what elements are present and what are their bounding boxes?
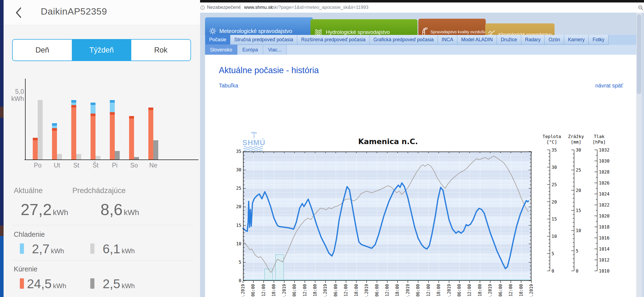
heating-current-value: 24,5kWh: [27, 276, 66, 291]
temp-axis-tick-label: 35: [229, 149, 241, 154]
period-tab-týždeň[interactable]: Týždeň: [72, 40, 131, 61]
period-tab-rok[interactable]: Rok: [131, 40, 190, 61]
browser-window: Nezabezpečené www.shmu.sk /sk/?page=1&id…: [200, 0, 644, 297]
svg-text:0: 0: [576, 268, 578, 274]
svg-text:1022: 1022: [599, 202, 610, 208]
sun-icon: [209, 27, 217, 35]
zoom-indicator-icon[interactable]: [638, 5, 643, 10]
sub-tab-6[interactable]: Model ALADIN: [457, 35, 497, 45]
energy-bar-segment: [91, 114, 95, 160]
x-axis-tick-label: 18:00: [313, 284, 318, 296]
sub-tab-8[interactable]: Radary: [521, 35, 545, 45]
app-title: DaikinAP52359: [41, 6, 107, 17]
energy-bar-segment: [52, 128, 57, 160]
svg-text:5: 5: [576, 248, 578, 254]
shmu-page: Meteorologické spravodajstvoHydrologické…: [200, 13, 644, 297]
period-tab-deň[interactable]: Deň: [13, 40, 72, 61]
scrollbar[interactable]: [636, 13, 642, 297]
address-bar[interactable]: Nezabezpečené www.shmu.sk /sk/?page=1&id…: [200, 2, 644, 13]
back-button[interactable]: [15, 7, 26, 19]
energy-bar-segment: [110, 112, 115, 160]
svg-text:1028: 1028: [599, 169, 610, 175]
energy-day-label: St: [67, 162, 86, 169]
sub-tab-5[interactable]: INCA: [438, 35, 457, 45]
sub-tab-bar: PočasieStručná predpoveď počasiaRozšíren…: [205, 35, 641, 45]
svg-text:10: 10: [576, 228, 581, 233]
sub-tab-9[interactable]: Ozón: [545, 35, 564, 45]
heating-previous-swatch: [90, 278, 94, 289]
sub-tab-4[interactable]: Grafická predpoveď počasia: [370, 35, 438, 45]
x-axis-tick-label: 11.09.2019: [323, 284, 328, 297]
x-axis-tick-label: 09.09.2019: [241, 284, 245, 297]
svg-text:35: 35: [552, 147, 557, 153]
energy-day-label: Pi: [105, 162, 124, 169]
temp-axis-tick-label: 30: [229, 167, 241, 172]
page-title: Aktuálne počasie - história: [219, 65, 319, 75]
x-axis-tick-label: 12:00: [343, 284, 348, 296]
svg-text:1032: 1032: [599, 147, 610, 153]
svg-text:15: 15: [552, 216, 557, 222]
temp-axis-tick-label: 20: [229, 204, 241, 209]
screen-edge-stripe: [0, 0, 4, 297]
app-header: DaikinAP52359: [4, 0, 200, 25]
svg-text:20: 20: [576, 188, 581, 193]
svg-text:30: 30: [576, 147, 581, 153]
sub-tab-1[interactable]: Počasie: [205, 35, 230, 45]
back-link[interactable]: návrat späť: [595, 82, 623, 89]
sub-tab-2[interactable]: Stručná predpoveď počasia: [230, 35, 297, 45]
waves-icon: [314, 29, 323, 36]
x-axis-tick-label: 14.09.2019: [447, 284, 452, 297]
heating-previous-value: 2,5kWh: [103, 276, 135, 291]
region-tab-1[interactable]: Slovensko: [205, 45, 238, 55]
energy-bar-segment: [52, 123, 57, 128]
svg-text:1016: 1016: [599, 235, 610, 241]
energy-day-label: Št: [86, 162, 105, 169]
previous-label: Predchádzajúce: [72, 186, 126, 195]
heating-label: Kúrenie: [14, 265, 37, 273]
svg-text:1030: 1030: [599, 158, 610, 164]
weather-station-icon: [249, 131, 260, 138]
heating-current-swatch: [20, 278, 24, 289]
x-axis-tick-label: 12:00: [426, 284, 431, 296]
temp-axis-tick-label: 15: [229, 223, 241, 228]
svg-text:5: 5: [552, 251, 554, 256]
x-axis-tick-label: 06:00: [251, 284, 256, 296]
sub-tab-3[interactable]: Rozšírená predpoveď počasia: [297, 35, 370, 45]
x-axis-tick-label: 12:00: [508, 284, 513, 296]
sub-tab-10[interactable]: Kamery: [564, 35, 589, 45]
svg-text:25: 25: [576, 167, 581, 173]
temp-axis-tick-label: 5: [229, 260, 241, 265]
svg-text:1014: 1014: [599, 246, 610, 252]
x-axis-tick-label: 06:00: [333, 284, 338, 296]
x-axis-tick-label: 18:00: [354, 284, 359, 296]
region-tab-3[interactable]: Viac...: [263, 45, 286, 55]
energy-bar-segment: [129, 116, 134, 160]
url-path: /sk/?page=1&id=meteo_apocasie_sk&ii=1199…: [271, 5, 369, 10]
energy-y-axis: [25, 79, 26, 160]
scrollbar-thumb[interactable]: [637, 14, 641, 94]
x-axis-tick-label: 06:00: [457, 284, 462, 296]
svg-text:20: 20: [552, 199, 557, 205]
energy-x-axis: [24, 160, 198, 160]
sub-tab-11[interactable]: Fotky: [589, 35, 608, 45]
svg-text:30: 30: [552, 165, 557, 170]
period-tabs: DeňTýždeňRok: [12, 39, 191, 61]
energy-y-axis-label: 5,0kWh: [6, 88, 24, 102]
table-link[interactable]: Tabuľka: [219, 82, 238, 89]
security-label: Nezabezpečené: [207, 5, 241, 10]
x-axis-tick-label: 12:00: [302, 284, 307, 296]
region-tab-2[interactable]: Európa: [238, 45, 263, 55]
cooling-previous-swatch: [90, 243, 94, 254]
x-axis-tick-label: 12:00: [467, 284, 472, 296]
current-label: Aktuálne: [14, 186, 43, 195]
energy-bar-segment: [33, 138, 38, 160]
x-axis-tick-label: 10.09.2019: [282, 284, 287, 297]
cooling-label: Chladenie: [14, 230, 45, 238]
energy-bar-segment: [134, 157, 139, 160]
energy-day-label: So: [124, 162, 144, 169]
sub-tab-7[interactable]: Družice: [497, 35, 521, 45]
cooling-current-swatch: [20, 243, 24, 254]
energy-bar-segment: [153, 140, 158, 160]
x-axis-tick-label: 13.09.2019: [405, 284, 410, 297]
x-axis-tick-label: 12:00: [261, 284, 266, 296]
